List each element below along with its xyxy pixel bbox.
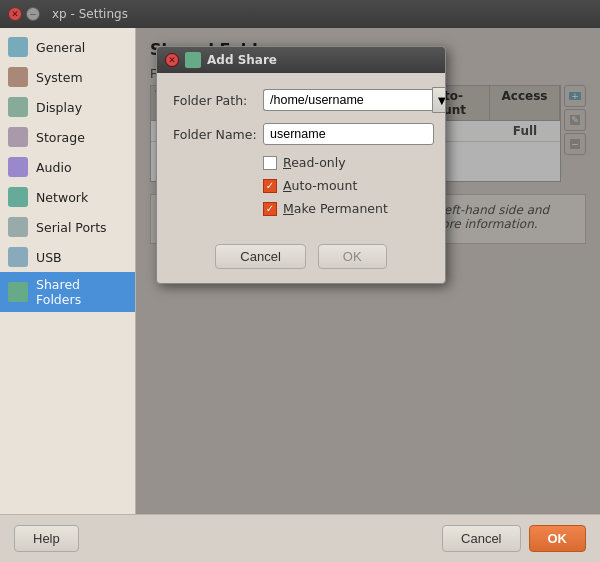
readonly-row: Read-only — [173, 155, 429, 170]
folder-path-input-group: ▼ — [263, 87, 446, 113]
sidebar-label-system: System — [36, 70, 83, 85]
bottom-right-buttons: Cancel OK — [442, 525, 586, 552]
sidebar-label-network: Network — [36, 190, 88, 205]
sidebar: General System Display Storage Audio Net… — [0, 28, 136, 514]
system-icon — [8, 67, 28, 87]
title-bar: ✕ − xp - Settings — [0, 0, 600, 28]
bottom-bar: Help Cancel OK — [0, 514, 600, 562]
minimize-button[interactable]: − — [26, 7, 40, 21]
window-controls: ✕ − — [8, 7, 40, 21]
main-panel: Shared Folders Folders List ▼ Name Path … — [136, 28, 600, 514]
sidebar-item-usb[interactable]: USB — [0, 242, 135, 272]
automount-checkbox[interactable]: ✓ — [263, 179, 277, 193]
sidebar-item-serial-ports[interactable]: Serial Ports — [0, 212, 135, 242]
sidebar-label-usb: USB — [36, 250, 62, 265]
sidebar-label-display: Display — [36, 100, 82, 115]
help-button[interactable]: Help — [14, 525, 79, 552]
close-button[interactable]: ✕ — [8, 7, 22, 21]
ok-button[interactable]: OK — [529, 525, 587, 552]
cancel-button[interactable]: Cancel — [442, 525, 520, 552]
sidebar-label-audio: Audio — [36, 160, 72, 175]
sidebar-item-display[interactable]: Display — [0, 92, 135, 122]
modal-buttons: Cancel OK — [157, 234, 445, 283]
modal-cancel-button[interactable]: Cancel — [215, 244, 305, 269]
modal-overlay: ✕ Add Share Folder Path: ▼ — [136, 28, 600, 514]
sidebar-item-network[interactable]: Network — [0, 182, 135, 212]
readonly-underline: R — [283, 155, 291, 170]
sidebar-item-system[interactable]: System — [0, 62, 135, 92]
sidebar-item-audio[interactable]: Audio — [0, 152, 135, 182]
sidebar-label-general: General — [36, 40, 85, 55]
modal-icon — [185, 52, 201, 68]
folder-path-input[interactable] — [263, 89, 433, 111]
automount-checkmark: ✓ — [266, 181, 274, 191]
folder-name-label: Folder Name: — [173, 127, 263, 142]
permanent-label[interactable]: Make Permanent — [283, 201, 388, 216]
modal-titlebar: ✕ Add Share — [157, 47, 445, 73]
modal-ok-button[interactable]: OK — [318, 244, 387, 269]
folder-name-input-group — [263, 123, 434, 145]
serial-icon — [8, 217, 28, 237]
modal-close-button[interactable]: ✕ — [165, 53, 179, 67]
folder-path-dropdown[interactable]: ▼ — [432, 87, 446, 113]
sidebar-item-storage[interactable]: Storage — [0, 122, 135, 152]
main-window: General System Display Storage Audio Net… — [0, 28, 600, 562]
modal-body: Folder Path: ▼ Folder Name: — [157, 73, 445, 234]
modal-title: Add Share — [207, 53, 277, 67]
readonly-label[interactable]: Read-only — [283, 155, 346, 170]
display-icon — [8, 97, 28, 117]
folder-path-label: Folder Path: — [173, 93, 263, 108]
audio-icon — [8, 157, 28, 177]
content-area: General System Display Storage Audio Net… — [0, 28, 600, 514]
window-title: xp - Settings — [52, 7, 128, 21]
network-icon — [8, 187, 28, 207]
permanent-row: ✓ Make Permanent — [173, 201, 429, 216]
sidebar-item-shared-folders[interactable]: Shared Folders — [0, 272, 135, 312]
folder-path-row: Folder Path: ▼ — [173, 87, 429, 113]
shared-folders-icon — [8, 282, 28, 302]
sidebar-item-general[interactable]: General — [0, 32, 135, 62]
usb-icon — [8, 247, 28, 267]
permanent-checkbox[interactable]: ✓ — [263, 202, 277, 216]
add-share-dialog: ✕ Add Share Folder Path: ▼ — [156, 46, 446, 284]
folder-name-row: Folder Name: — [173, 123, 429, 145]
sidebar-label-shared: Shared Folders — [36, 277, 127, 307]
folder-name-input[interactable] — [263, 123, 434, 145]
permanent-checkmark: ✓ — [266, 204, 274, 214]
sidebar-label-serial: Serial Ports — [36, 220, 107, 235]
general-icon — [8, 37, 28, 57]
storage-icon — [8, 127, 28, 147]
automount-label[interactable]: Auto-mount — [283, 178, 357, 193]
readonly-checkbox[interactable] — [263, 156, 277, 170]
automount-row: ✓ Auto-mount — [173, 178, 429, 193]
sidebar-label-storage: Storage — [36, 130, 85, 145]
